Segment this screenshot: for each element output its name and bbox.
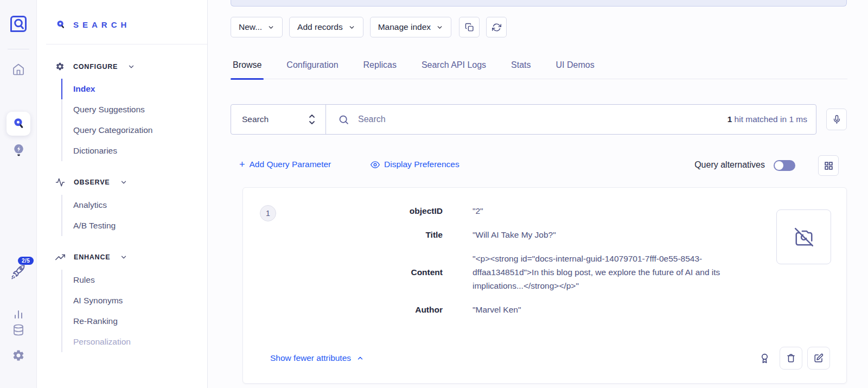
attribute-name: objectID <box>243 204 443 218</box>
sidebar-item-personalization[interactable]: Personalization <box>61 332 207 352</box>
manage-index-label: Manage index <box>378 22 431 32</box>
analytics-bars-icon[interactable] <box>0 307 37 320</box>
index-selector-edge <box>231 0 847 7</box>
observe-pulse-icon <box>55 177 65 187</box>
sidebar-divider <box>46 44 207 44</box>
attribute-name: Author <box>243 303 443 316</box>
icon-rail: 2/5 <box>0 0 37 388</box>
search-bar: Search 1 hit matched in 1 ms <box>231 104 816 135</box>
chevron-down-icon <box>348 24 355 31</box>
sidebar: SEARCH CONFIGURE Index Query Suggestions… <box>37 0 208 388</box>
show-fewer-label: Show fewer attributes <box>270 353 351 363</box>
add-query-parameter-link[interactable]: + Add Query Parameter <box>239 160 331 169</box>
award-ribbon-icon <box>760 353 770 364</box>
new-dropdown-button[interactable]: New... <box>231 17 283 37</box>
sidebar-item-re-ranking[interactable]: Re-Ranking <box>61 311 207 332</box>
attribute-row-title: Title "Will AI Take My Job?" <box>243 228 775 241</box>
attribute-value: "Marvel Ken" <box>473 303 760 316</box>
algolia-dashboard: 2/5 <box>0 0 868 388</box>
settings-gear-icon[interactable] <box>0 349 37 362</box>
attribute-row-content: Content "<p><strong id="docs-internal-gu… <box>243 252 775 292</box>
display-preferences-link[interactable]: Display Preferences <box>371 160 459 169</box>
sidebar-item-query-suggestions[interactable]: Query Suggestions <box>61 99 207 120</box>
toggle-knob <box>775 161 783 170</box>
chevron-down-icon <box>120 253 127 261</box>
promote-award-button[interactable] <box>754 347 775 370</box>
product-title: SEARCH <box>73 20 130 29</box>
attribute-row-objectid: objectID "2" <box>243 204 775 218</box>
delete-record-button[interactable] <box>780 347 802 370</box>
sidebar-item-analytics[interactable]: Analytics <box>61 195 207 215</box>
search-icon <box>338 114 349 125</box>
sidebar-item-query-categorization[interactable]: Query Categorization <box>61 120 207 141</box>
eye-icon <box>371 160 380 169</box>
add-records-label: Add records <box>297 22 343 32</box>
attribute-value: "Will AI Take My Job?" <box>473 228 760 241</box>
search-input[interactable] <box>358 115 719 124</box>
sidebar-item-rules[interactable]: Rules <box>61 270 207 290</box>
algolia-logo-icon <box>9 14 28 34</box>
attribute-value: "<p><strong id="docs-internal-guid-14079… <box>473 252 760 292</box>
sidebar-item-index[interactable]: Index <box>61 79 207 99</box>
plus-icon: + <box>239 160 245 169</box>
chevron-down-icon <box>127 63 135 71</box>
chevron-up-icon <box>356 354 364 362</box>
nav-group-label: OBSERVE <box>74 179 110 186</box>
search-product-icon <box>55 20 66 30</box>
enhance-trend-icon <box>55 252 65 262</box>
add-records-dropdown-button[interactable]: Add records <box>289 17 363 37</box>
hit-count: 1 <box>727 115 732 124</box>
trash-icon <box>786 353 796 363</box>
layout-grid-button[interactable] <box>818 155 839 176</box>
attribute-name: Title <box>243 228 443 241</box>
show-fewer-attributes-link[interactable]: Show fewer attributes <box>270 353 364 363</box>
database-icon[interactable] <box>0 323 37 336</box>
refresh-icon <box>492 23 501 32</box>
tab-browse[interactable]: Browse <box>231 56 264 79</box>
search-magnifier-icon <box>11 117 25 131</box>
nav-group-enhance: ENHANCE Rules AI Synonyms Re-Ranking Per… <box>37 252 207 352</box>
hit-card: 1 objectID "2" Title "Will AI Take My Jo… <box>242 187 847 384</box>
nav-group-configure: CONFIGURE Index Query Suggestions Query … <box>37 62 207 161</box>
chevron-down-icon <box>436 24 443 31</box>
display-preferences-label: Display Preferences <box>384 160 459 169</box>
tab-ui-demos[interactable]: UI Demos <box>554 56 597 79</box>
chevron-down-icon <box>120 179 127 186</box>
sidebar-item-ab-testing[interactable]: A/B Testing <box>61 215 207 236</box>
rail-divider <box>8 49 29 49</box>
rail-search-active[interactable] <box>7 112 30 136</box>
chevron-down-icon <box>267 24 275 31</box>
nav-group-label: CONFIGURE <box>73 63 118 71</box>
rocket-icon[interactable] <box>0 264 37 280</box>
sidebar-item-dictionaries[interactable]: Dictionaries <box>61 141 207 161</box>
sidebar-item-ai-synonyms[interactable]: AI Synonyms <box>61 290 207 311</box>
nav-group-enhance-header[interactable]: ENHANCE <box>37 252 207 262</box>
tab-replicas[interactable]: Replicas <box>361 56 399 79</box>
tab-search-api-logs[interactable]: Search API Logs <box>419 56 488 79</box>
nav-group-observe-header[interactable]: OBSERVE <box>37 177 207 187</box>
copy-index-button[interactable] <box>459 17 480 37</box>
query-alternatives-toggle[interactable] <box>774 160 795 171</box>
voice-search-button[interactable] <box>826 109 847 130</box>
recommend-bulb-icon[interactable] <box>0 143 37 159</box>
edit-record-button[interactable] <box>807 347 830 370</box>
hit-image-placeholder <box>776 209 831 264</box>
manage-index-dropdown-button[interactable]: Manage index <box>370 17 451 37</box>
main-content: New... Add records Manage index <box>208 0 868 388</box>
nav-group-configure-header[interactable]: CONFIGURE <box>37 62 207 71</box>
home-icon[interactable] <box>0 63 37 76</box>
hit-attributes: objectID "2" Title "Will AI Take My Job?… <box>243 204 775 327</box>
grid-icon <box>824 161 833 170</box>
algolia-logo[interactable] <box>0 14 37 34</box>
tab-stats[interactable]: Stats <box>509 56 533 79</box>
new-dropdown-label: New... <box>239 22 262 32</box>
copy-icon <box>465 23 474 32</box>
tab-configuration[interactable]: Configuration <box>284 56 340 79</box>
index-toolbar: New... Add records Manage index <box>231 17 507 37</box>
search-mode-select[interactable]: Search <box>231 105 326 134</box>
refresh-button[interactable] <box>486 17 507 37</box>
hit-actions <box>754 347 830 370</box>
search-stats: 1 hit matched in 1 ms <box>727 115 807 124</box>
sidebar-header: SEARCH <box>37 0 207 30</box>
no-image-icon <box>794 227 814 247</box>
